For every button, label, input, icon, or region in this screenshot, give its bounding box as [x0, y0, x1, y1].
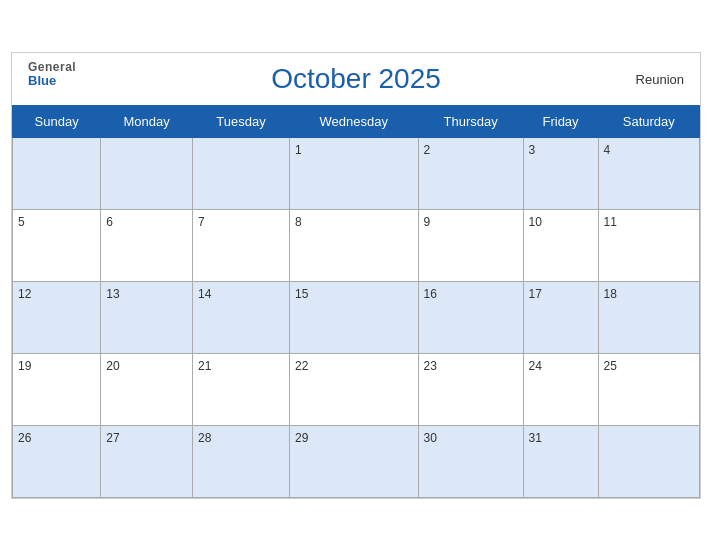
logo-general-text: General	[28, 61, 76, 74]
calendar-day-cell: 12	[13, 281, 101, 353]
calendar-week-row: 19202122232425	[13, 353, 700, 425]
calendar-day-cell: 27	[101, 425, 193, 497]
calendar-day-cell: 16	[418, 281, 523, 353]
day-number: 3	[529, 143, 536, 157]
calendar-day-cell: 17	[523, 281, 598, 353]
calendar-day-cell	[101, 137, 193, 209]
calendar-day-cell: 3	[523, 137, 598, 209]
calendar-day-cell: 14	[192, 281, 289, 353]
day-number: 13	[106, 287, 119, 301]
day-number: 21	[198, 359, 211, 373]
calendar-day-cell: 22	[289, 353, 418, 425]
day-number: 2	[424, 143, 431, 157]
calendar-day-cell: 10	[523, 209, 598, 281]
calendar: General Blue October 2025 Reunion Sunday…	[11, 52, 701, 499]
calendar-day-cell: 2	[418, 137, 523, 209]
calendar-day-cell: 26	[13, 425, 101, 497]
calendar-day-cell: 20	[101, 353, 193, 425]
calendar-week-row: 12131415161718	[13, 281, 700, 353]
calendar-day-cell	[192, 137, 289, 209]
day-number: 29	[295, 431, 308, 445]
calendar-table: Sunday Monday Tuesday Wednesday Thursday…	[12, 105, 700, 498]
calendar-week-row: 262728293031	[13, 425, 700, 497]
calendar-week-row: 1234	[13, 137, 700, 209]
calendar-day-cell: 9	[418, 209, 523, 281]
day-number: 5	[18, 215, 25, 229]
calendar-day-cell: 29	[289, 425, 418, 497]
day-number: 20	[106, 359, 119, 373]
calendar-day-cell: 19	[13, 353, 101, 425]
day-number: 25	[604, 359, 617, 373]
calendar-day-cell: 15	[289, 281, 418, 353]
day-number: 14	[198, 287, 211, 301]
calendar-day-cell: 6	[101, 209, 193, 281]
calendar-week-row: 567891011	[13, 209, 700, 281]
day-number: 30	[424, 431, 437, 445]
day-number: 12	[18, 287, 31, 301]
day-number: 1	[295, 143, 302, 157]
calendar-day-cell: 7	[192, 209, 289, 281]
calendar-day-cell: 28	[192, 425, 289, 497]
month-title: October 2025	[271, 63, 441, 95]
day-number: 16	[424, 287, 437, 301]
calendar-day-cell: 21	[192, 353, 289, 425]
header-sunday: Sunday	[13, 105, 101, 137]
calendar-day-cell	[598, 425, 699, 497]
logo: General Blue	[28, 61, 76, 88]
calendar-day-cell: 8	[289, 209, 418, 281]
header-wednesday: Wednesday	[289, 105, 418, 137]
calendar-day-cell: 4	[598, 137, 699, 209]
weekday-header-row: Sunday Monday Tuesday Wednesday Thursday…	[13, 105, 700, 137]
calendar-day-cell: 5	[13, 209, 101, 281]
header-tuesday: Tuesday	[192, 105, 289, 137]
header-friday: Friday	[523, 105, 598, 137]
header-thursday: Thursday	[418, 105, 523, 137]
region-label: Reunion	[636, 71, 684, 86]
day-number: 10	[529, 215, 542, 229]
calendar-day-cell: 1	[289, 137, 418, 209]
day-number: 24	[529, 359, 542, 373]
day-number: 27	[106, 431, 119, 445]
calendar-day-cell: 23	[418, 353, 523, 425]
calendar-day-cell: 24	[523, 353, 598, 425]
calendar-day-cell: 25	[598, 353, 699, 425]
day-number: 19	[18, 359, 31, 373]
calendar-day-cell: 11	[598, 209, 699, 281]
day-number: 18	[604, 287, 617, 301]
logo-blue-text: Blue	[28, 74, 76, 88]
day-number: 9	[424, 215, 431, 229]
day-number: 8	[295, 215, 302, 229]
day-number: 11	[604, 215, 617, 229]
calendar-day-cell: 18	[598, 281, 699, 353]
calendar-header: General Blue October 2025 Reunion	[12, 53, 700, 105]
day-number: 31	[529, 431, 542, 445]
day-number: 6	[106, 215, 113, 229]
day-number: 26	[18, 431, 31, 445]
day-number: 28	[198, 431, 211, 445]
calendar-day-cell: 30	[418, 425, 523, 497]
day-number: 4	[604, 143, 611, 157]
day-number: 23	[424, 359, 437, 373]
header-saturday: Saturday	[598, 105, 699, 137]
calendar-day-cell: 31	[523, 425, 598, 497]
day-number: 22	[295, 359, 308, 373]
calendar-day-cell	[13, 137, 101, 209]
calendar-day-cell: 13	[101, 281, 193, 353]
day-number: 15	[295, 287, 308, 301]
header-monday: Monday	[101, 105, 193, 137]
day-number: 17	[529, 287, 542, 301]
day-number: 7	[198, 215, 205, 229]
